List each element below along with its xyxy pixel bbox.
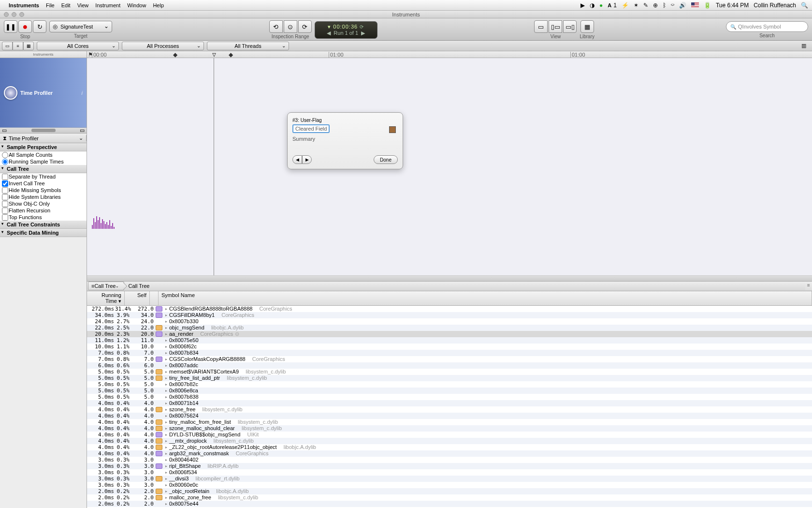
- menu-view[interactable]: View: [77, 2, 89, 8]
- table-row[interactable]: 272.0ms31.4%272.0▸CGSBlendRGBA8888toRGBA…: [87, 306, 812, 312]
- track-header[interactable]: Time Profiler i: [0, 58, 87, 128]
- disclosure-icon[interactable]: ▸: [165, 407, 167, 412]
- menu-edit[interactable]: Edit: [61, 2, 71, 8]
- track-scrollbar[interactable]: [87, 276, 812, 282]
- bluetooth-icon[interactable]: ᛒ: [663, 2, 666, 9]
- table-row[interactable]: 20.0ms2.3%20.0▸aa_render CoreGraphics ⊝: [87, 331, 812, 337]
- run-next[interactable]: ▶: [361, 30, 365, 36]
- filter-mode-3[interactable]: ▦: [23, 42, 34, 50]
- table-row[interactable]: 3.0ms0.3%3.0▸0x8006f534: [87, 469, 812, 476]
- disclosure-icon[interactable]: ▸: [165, 470, 167, 475]
- table-row[interactable]: 34.0ms3.9%34.0▸CGSFillDRAM8by1 CoreGraph…: [87, 312, 812, 318]
- disclosure-icon[interactable]: ▸: [165, 433, 167, 437]
- status-icon[interactable]: ●: [599, 2, 603, 9]
- table-row[interactable]: 10.0ms1.1%10.0▸0x8006f62c: [87, 344, 812, 350]
- disclosure-icon[interactable]: ▸: [165, 351, 167, 355]
- table-row[interactable]: 4.0ms0.4%4.0▸0x80075624: [87, 413, 812, 419]
- row-action-icon[interactable]: ⊝: [235, 331, 239, 337]
- wifi-icon[interactable]: ⌔: [671, 2, 674, 9]
- opt-top-functions[interactable]: Top Functions: [0, 214, 87, 221]
- table-row[interactable]: 5.0ms0.5%5.0▸0x8006e8ca: [87, 388, 812, 394]
- volume-icon[interactable]: 🔊: [679, 2, 686, 9]
- disclosure-icon[interactable]: ▸: [165, 477, 167, 481]
- disclosure-icon[interactable]: ▸: [165, 489, 167, 493]
- table-row[interactable]: 2.0ms0.2%2.0▸0x80075e44: [87, 501, 812, 507]
- view-1-button[interactable]: ▭: [534, 20, 548, 33]
- table-row[interactable]: 7.0ms0.8%7.0▸CGSColorMaskCopyARGB8888 Co…: [87, 356, 812, 362]
- battery-icon[interactable]: 🔋: [704, 2, 711, 9]
- table-row[interactable]: 4.0ms0.4%4.0▸DYLD-STUB$$objc_msgSend UIK…: [87, 432, 812, 438]
- disclosure-icon[interactable]: ▸: [165, 451, 167, 456]
- disclosure-icon[interactable]: ▸: [165, 307, 167, 311]
- range-left-button[interactable]: ⟲: [269, 20, 283, 33]
- disclosure-icon[interactable]: ▸: [165, 370, 167, 374]
- timeline-ruler[interactable]: ⚑ 00:00 ◆ ▿ ◆ 01:00 01:00: [87, 51, 812, 58]
- status-icon[interactable]: ⊕: [653, 2, 658, 9]
- loop-button[interactable]: ↻: [33, 20, 46, 33]
- library-button[interactable]: ▦: [580, 20, 594, 33]
- spotlight-icon[interactable]: 🔍: [801, 2, 808, 9]
- sample-perspective-header[interactable]: Sample Perspective: [0, 143, 87, 151]
- disclosure-icon[interactable]: ▸: [165, 344, 167, 349]
- target-popup[interactable]: SignatureTest: [49, 21, 112, 32]
- status-icon[interactable]: ▶: [580, 2, 585, 9]
- table-row[interactable]: 4.0ms0.4%4.0▸tiny_malloc_from_free_list …: [87, 419, 812, 425]
- col-symbol[interactable]: Symbol Name: [159, 291, 812, 305]
- disclosure-icon[interactable]: ▸: [165, 363, 167, 368]
- table-row[interactable]: 4.0ms0.4%4.0▸argb32_mark_constmask CoreG…: [87, 450, 812, 457]
- call-tree-header[interactable]: Call Tree: [0, 165, 87, 173]
- menubar-app[interactable]: Instruments: [9, 2, 39, 8]
- disclosure-icon[interactable]: ▸: [165, 502, 167, 506]
- disclosure-icon[interactable]: ▸: [165, 326, 167, 330]
- info-icon[interactable]: i: [82, 90, 83, 96]
- table-row[interactable]: 4.0ms0.4%4.0▸0x80071b14: [87, 400, 812, 406]
- table-row[interactable]: 3.0ms0.3%3.0▸__divsi3 libcompiler_rt.dyl…: [87, 476, 812, 482]
- status-icon[interactable]: ✶: [634, 2, 638, 9]
- opt-hide-missing[interactable]: Hide Missing Symbols: [0, 187, 87, 194]
- disclosure-icon[interactable]: ▸: [165, 357, 167, 361]
- menu-instrument[interactable]: Instrument: [95, 2, 120, 8]
- table-row[interactable]: 7.0ms0.8%7.0▸0x8007b834: [87, 350, 812, 356]
- col-running-time[interactable]: Running Time ▾: [87, 291, 125, 305]
- table-row[interactable]: 4.0ms0.4%4.0▸szone_malloc_should_clear l…: [87, 425, 812, 432]
- disclosure-icon[interactable]: ▸: [165, 338, 167, 343]
- traffic-minimize[interactable]: [12, 12, 16, 17]
- disclosure-icon[interactable]: ▸: [165, 313, 167, 317]
- track-lane[interactable]: [87, 58, 812, 276]
- disclosure-icon[interactable]: ▸: [165, 395, 167, 399]
- disclosure-icon[interactable]: ▸: [165, 319, 167, 324]
- status-icon[interactable]: ◑: [590, 2, 594, 9]
- search-input[interactable]: Q Involves Symbol: [726, 21, 808, 32]
- table-row[interactable]: 5.0ms0.5%5.0▸memset$VARIANT$CortexA9 lib…: [87, 369, 812, 375]
- filter-mode-2[interactable]: ≡: [13, 42, 23, 50]
- cores-popup[interactable]: All Cores: [37, 42, 119, 50]
- disclosure-icon[interactable]: ▸: [165, 458, 167, 462]
- disclosure-icon[interactable]: ▸: [165, 382, 167, 387]
- opt-invert-call-tree[interactable]: Invert Call Tree: [0, 180, 87, 187]
- table-row[interactable]: 5.0ms0.5%5.0▸0x8007b82c: [87, 381, 812, 388]
- opt-all-sample-counts[interactable]: All Sample Counts: [0, 151, 87, 158]
- processes-popup[interactable]: All Processes: [122, 42, 204, 50]
- disclosure-icon[interactable]: ▸: [165, 332, 167, 336]
- playhead[interactable]: [214, 58, 214, 275]
- status-icon[interactable]: ⚡: [622, 2, 629, 9]
- view-3-button[interactable]: ▭▯: [563, 20, 577, 33]
- menu-help[interactable]: Help: [153, 2, 164, 8]
- call-tree-table[interactable]: Running Time ▾ Self Symbol Name 272.0ms3…: [87, 291, 812, 508]
- table-row[interactable]: 3.0ms0.3%3.0▸0x80046402: [87, 457, 812, 463]
- disclosure-icon[interactable]: ▸: [165, 426, 167, 431]
- disclosure-icon[interactable]: ▸: [165, 401, 167, 405]
- table-row[interactable]: 11.0ms1.2%11.0▸0x80075e50: [87, 337, 812, 344]
- col-self[interactable]: Self: [125, 291, 150, 305]
- menu-window[interactable]: Window: [127, 2, 146, 8]
- opt-show-objc[interactable]: Show Obj-C Only: [0, 200, 87, 207]
- filter-toggle[interactable]: ▥: [801, 43, 810, 49]
- flag-next-button[interactable]: ▶: [302, 155, 312, 164]
- range-mid-button[interactable]: ⊙: [284, 20, 297, 33]
- disclosure-icon[interactable]: ▸: [165, 388, 167, 393]
- table-row[interactable]: 22.0ms2.5%22.0▸objc_msgSend libobjc.A.dy…: [87, 325, 812, 331]
- view-2-button[interactable]: ▯▭: [549, 20, 562, 33]
- table-row[interactable]: 4.0ms0.4%4.0▸__mtx_droplock libsystem_c.…: [87, 438, 812, 444]
- crumb-call-tree[interactable]: Call Tree: [125, 282, 154, 290]
- opt-flatten[interactable]: Flatten Recursion: [0, 207, 87, 214]
